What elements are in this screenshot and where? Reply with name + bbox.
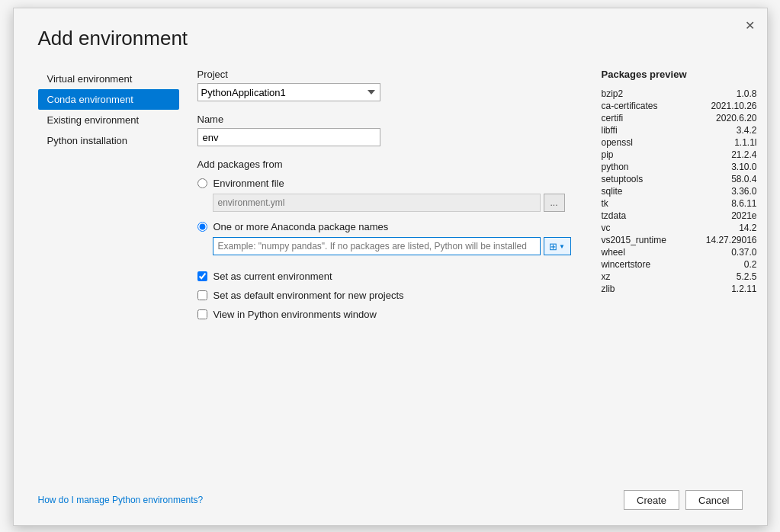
package-row: xz5.2.5 xyxy=(602,271,757,283)
package-name: wheel xyxy=(602,247,685,258)
package-row: vs2015_runtime14.27.29016 xyxy=(602,234,757,246)
package-row: setuptools58.0.4 xyxy=(602,173,757,185)
package-row: libffi3.4.2 xyxy=(602,124,757,136)
package-row: pip21.2.4 xyxy=(602,149,757,161)
package-row: tk8.6.11 xyxy=(602,197,757,210)
package-row: openssl1.1.1l xyxy=(602,136,757,149)
packages-radio[interactable] xyxy=(197,222,207,232)
env-file-input[interactable] xyxy=(213,194,541,212)
package-name: tk xyxy=(602,198,685,209)
package-version: 14.2 xyxy=(739,223,756,233)
package-row: bzip21.0.8 xyxy=(602,88,757,100)
package-version: 1.2.11 xyxy=(731,284,756,294)
add-packages-group: Add packages from Environment file ... xyxy=(197,159,571,255)
package-row: python3.10.0 xyxy=(602,161,757,173)
env-file-input-row: ... xyxy=(213,194,571,212)
package-row: tzdata2021e xyxy=(602,210,757,222)
package-row: certifi2020.6.20 xyxy=(602,112,757,124)
set-current-label[interactable]: Set as current environment xyxy=(213,271,332,282)
name-label: Name xyxy=(197,114,571,125)
package-name: python xyxy=(602,162,685,172)
package-name: tzdata xyxy=(602,210,685,221)
main-form: Project PythonApplication1 Name Add pack… xyxy=(179,69,589,320)
packages-list: bzip21.0.8ca-certificates2021.10.26certi… xyxy=(602,88,757,295)
package-name: vc xyxy=(602,223,685,233)
close-button[interactable]: ✕ xyxy=(743,18,758,33)
package-version: 1.1.1l xyxy=(734,137,756,148)
help-link[interactable]: How do I manage Python environments? xyxy=(38,495,204,505)
dialog-title: Add environment xyxy=(38,27,743,50)
set-current-row: Set as current environment xyxy=(197,271,571,282)
set-current-checkbox[interactable] xyxy=(197,271,207,281)
package-version: 0.2 xyxy=(744,259,757,270)
package-version: 2021.10.26 xyxy=(711,101,756,111)
set-default-checkbox[interactable] xyxy=(197,290,207,300)
project-group: Project PythonApplication1 xyxy=(197,69,571,101)
name-input[interactable] xyxy=(197,128,380,146)
packages-input-row: ⊞ ▼ xyxy=(213,237,571,255)
dialog-footer: How do I manage Python environments? Cre… xyxy=(38,490,743,510)
browse-button[interactable]: ... xyxy=(544,194,565,212)
left-nav: Virtual environment Conda environment Ex… xyxy=(38,69,179,320)
set-default-label[interactable]: Set as default environment for new proje… xyxy=(213,290,404,301)
package-name: ca-certificates xyxy=(602,101,685,111)
nav-item-python-installation[interactable]: Python installation xyxy=(38,130,179,151)
add-environment-dialog: ✕ Add environment Virtual environment Co… xyxy=(13,8,768,526)
package-row: sqlite3.36.0 xyxy=(602,185,757,197)
package-row: wincertstore0.2 xyxy=(602,258,757,271)
package-version: 3.4.2 xyxy=(737,125,757,136)
nav-item-existing-environment[interactable]: Existing environment xyxy=(38,110,179,130)
package-name: certifi xyxy=(602,113,685,123)
checkbox-group: Set as current environment Set as defaul… xyxy=(197,271,571,320)
package-version: 3.36.0 xyxy=(731,186,756,197)
package-version: 58.0.4 xyxy=(731,174,756,184)
radio-group: Environment file ... One or more A xyxy=(197,178,571,255)
package-name: sqlite xyxy=(602,186,685,197)
packages-input[interactable] xyxy=(213,237,541,255)
env-file-radio[interactable] xyxy=(197,178,207,188)
packages-dropdown-button[interactable]: ⊞ ▼ xyxy=(544,237,571,255)
name-group: Name xyxy=(197,114,571,146)
package-version: 0.37.0 xyxy=(731,247,756,258)
package-name: pip xyxy=(602,149,685,160)
packages-radio-row: One or more Anaconda package names xyxy=(197,221,571,232)
packages-preview: Packages preview bzip21.0.8ca-certificat… xyxy=(589,69,757,320)
package-version: 2020.6.20 xyxy=(716,113,756,123)
package-version: 5.2.5 xyxy=(737,271,757,282)
package-name: wincertstore xyxy=(602,259,685,270)
add-packages-label: Add packages from xyxy=(197,159,571,170)
package-version: 21.2.4 xyxy=(731,149,756,160)
package-version: 1.0.8 xyxy=(737,88,757,99)
package-version: 2021e xyxy=(731,210,756,221)
project-select[interactable]: PythonApplication1 xyxy=(197,83,380,101)
package-name: openssl xyxy=(602,137,685,148)
set-default-row: Set as default environment for new proje… xyxy=(197,290,571,301)
view-python-label[interactable]: View in Python environments window xyxy=(213,309,377,320)
package-version: 8.6.11 xyxy=(731,198,756,209)
package-name: libffi xyxy=(602,125,685,136)
dropdown-arrow-icon: ▼ xyxy=(559,243,565,250)
packages-radio-label[interactable]: One or more Anaconda package names xyxy=(213,221,389,232)
package-row: ca-certificates2021.10.26 xyxy=(602,100,757,112)
project-label: Project xyxy=(197,69,571,80)
package-name: zlib xyxy=(602,284,685,294)
footer-buttons: Create Cancel xyxy=(624,490,743,510)
package-row: zlib1.2.11 xyxy=(602,283,757,295)
package-version: 14.27.29016 xyxy=(706,235,757,245)
package-name: vs2015_runtime xyxy=(602,235,685,245)
nav-item-conda-environment[interactable]: Conda environment xyxy=(38,89,179,110)
cancel-button[interactable]: Cancel xyxy=(685,490,742,510)
packages-preview-title: Packages preview xyxy=(602,69,757,80)
package-row: wheel0.37.0 xyxy=(602,246,757,258)
create-button[interactable]: Create xyxy=(624,490,679,510)
view-python-checkbox[interactable] xyxy=(197,309,207,319)
package-name: setuptools xyxy=(602,174,685,184)
env-file-label[interactable]: Environment file xyxy=(213,178,284,189)
package-name: xz xyxy=(602,271,685,282)
env-file-radio-row: Environment file xyxy=(197,178,571,189)
package-name: bzip2 xyxy=(602,88,685,99)
grid-icon: ⊞ xyxy=(549,241,557,252)
nav-item-virtual-environment[interactable]: Virtual environment xyxy=(38,69,179,89)
view-python-row: View in Python environments window xyxy=(197,309,571,320)
package-version: 3.10.0 xyxy=(731,162,756,172)
